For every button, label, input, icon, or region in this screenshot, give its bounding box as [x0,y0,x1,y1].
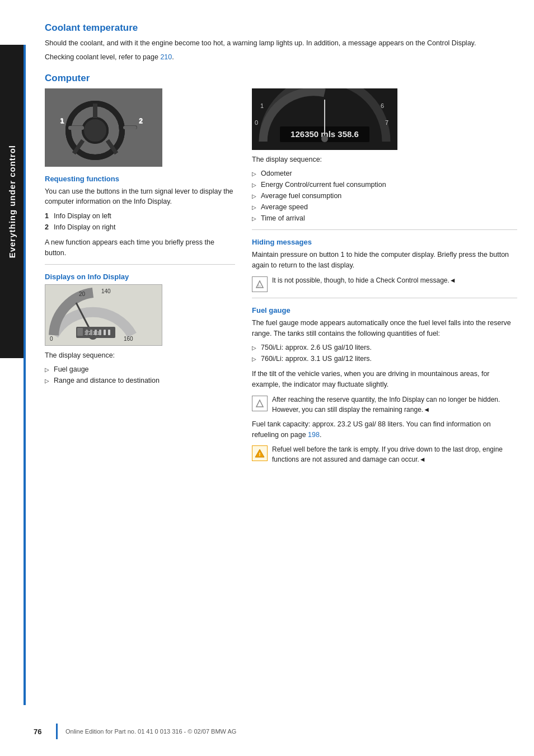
svg-rect-36 [108,330,110,335]
svg-rect-34 [99,330,101,335]
hiding-messages-note-text: It is not possible, though, to hide a Ch… [272,275,456,285]
fuel-gauge-warning: ! Refuel well before the tank is empty. … [252,444,517,464]
svg-point-45 [321,135,328,142]
coolant-page-ref[interactable]: 210 [160,53,172,61]
svg-marker-48 [256,400,263,407]
svg-text:0: 0 [50,336,53,342]
displays-section: Displays on Info Display [45,273,235,387]
displays-heading: Displays on Info Display [45,273,235,281]
display-item-fuel: Fuel gauge [45,364,235,375]
main-content: Coolant temperature Should the coolant, … [34,0,534,491]
coolant-body1: Should the coolant, and with it the engi… [45,38,517,49]
fuel-gauge-heading: Fuel gauge [252,306,517,314]
requesting-functions-body: You can use the buttons in the turn sign… [45,186,235,208]
svg-text:20: 20 [79,291,86,297]
display-item-energy: Energy Control/current fuel consumption [252,179,517,190]
svg-text:1: 1 [260,102,264,109]
computer-left-col: 1 2 1 2 [45,88,235,469]
requesting-functions: Requesting functions You can use the but… [45,175,235,259]
display-item-odometer: Odometer [252,168,517,179]
display-item-range: Range and distance to destination [45,375,235,386]
requesting-functions-list: 1 Info Display on left 2 Info Display on… [45,210,235,233]
svg-text:!: ! [259,452,261,457]
sidebar-label: Everything under control [0,45,24,358]
note-triangle-icon-2 [252,396,268,411]
computer-heading: Computer [45,73,517,84]
fuel-page-ref[interactable]: 198 [308,431,320,439]
displays-list: Fuel gauge Range and distance to destina… [45,364,235,386]
fuel-gauge-list: 750i/Li: approx. 2.6 US gal/10 liters. 7… [252,342,517,364]
svg-rect-18 [123,126,137,129]
svg-text:0: 0 [255,119,258,126]
svg-text:140: 140 [101,288,111,294]
fuel-gauge-body3: Fuel tank capacity: approx. 23.2 US gal/… [252,419,517,440]
warning-triangle-icon: ! [252,445,268,461]
computer-section: Computer [45,73,517,469]
note-triangle-icon: ▷ [252,276,268,292]
fuel-gauge-section: Fuel gauge The fuel gauge mode appears a… [252,306,517,465]
speedometer-image: 6 1 0 7 126350 mls 358.6 [252,88,397,150]
svg-text:1: 1 [60,116,64,125]
svg-text:7: 7 [385,119,388,126]
display-item-avg-fuel: Average fuel consumption [252,190,517,201]
hiding-messages-body: Maintain pressure on button 1 to hide th… [252,250,517,271]
svg-rect-30 [77,328,83,336]
fuel-gauge-warning-text: Refuel well before the tank is empty. If… [272,444,517,464]
svg-text:6: 6 [381,102,384,109]
svg-rect-17 [68,126,84,130]
page-number: 76 [34,727,49,736]
display-item-arrival: Time of arrival [252,213,517,224]
display-item-avg-speed: Average speed [252,201,517,213]
right-display-list: Odometer Energy Control/current fuel con… [252,168,517,224]
svg-rect-32 [90,330,92,335]
right-display-sequence-label: The display sequence: [252,154,517,165]
footer: 76 Online Edition for Part no. 01 41 0 0… [34,724,534,739]
fuel-gauge-body2: If the tilt of the vehicle varies, when … [252,369,517,390]
hiding-messages-section: Hiding messages Maintain pressure on but… [252,238,517,292]
divider-1 [45,264,235,265]
fuel-gauge-note1: After reaching the reserve quantity, the… [252,395,517,415]
list-item-2: 2 Info Display on right [45,222,235,233]
info-display-image: 0 160 20 140 0 1/2 1/1 [45,284,162,346]
footer-accent-line [56,724,58,739]
fuel-gauge-note1-text: After reaching the reserve quantity, the… [272,395,517,415]
fuel-item-760: 760i/Li: approx. 3.1 US gal/12 liters. [252,353,517,364]
fuel-item-750: 750i/Li: approx. 2.6 US gal/10 liters. [252,342,517,353]
svg-text:2: 2 [139,116,143,125]
fuel-gauge-body1: The fuel gauge mode appears automaticall… [252,318,517,339]
computer-right-col: 6 1 0 7 126350 mls 358.6 The display seq… [252,88,517,469]
hiding-messages-note: ▷ It is not possible, though, to hide a … [252,275,517,292]
divider-2 [252,229,517,230]
svg-rect-33 [95,330,97,335]
display-sequence-label-left: The display sequence: [45,350,235,361]
requesting-functions-body2: A new function appears each time you bri… [45,237,235,259]
svg-rect-35 [104,330,106,335]
requesting-functions-heading: Requesting functions [45,175,235,183]
coolant-section: Coolant temperature Should the coolant, … [45,22,517,63]
coolant-body2: Checking coolant level, refer to page 21… [45,52,517,63]
blue-accent-line [24,45,26,705]
footer-text: Online Edition for Part no. 01 41 0 013 … [65,728,236,735]
computer-two-col: 1 2 1 2 [45,88,517,469]
hiding-messages-heading: Hiding messages [252,238,517,246]
svg-point-13 [83,118,107,143]
coolant-heading: Coolant temperature [45,22,517,34]
list-item-1: 1 Info Display on left [45,210,235,222]
svg-text:160: 160 [124,336,133,342]
svg-rect-31 [86,330,88,335]
steering-wheel-image: 1 2 1 2 [45,88,162,167]
divider-3 [252,298,517,298]
